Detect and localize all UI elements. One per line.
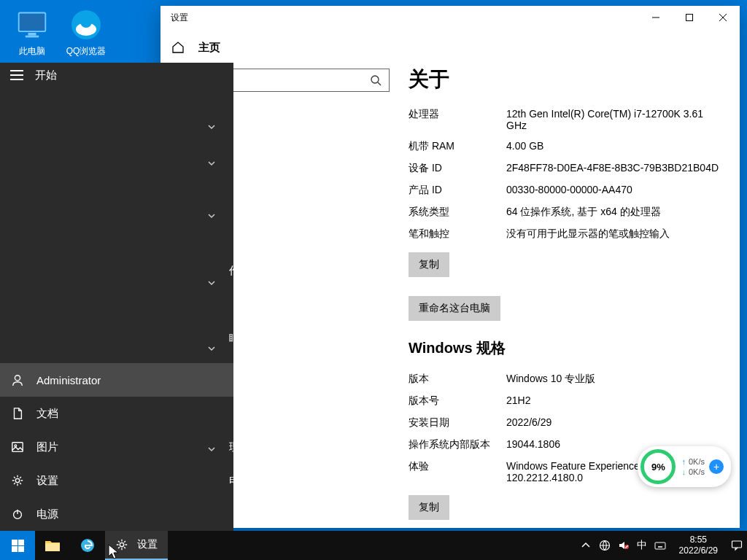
start-group-chevron[interactable] — [190, 122, 233, 131]
about-heading: 关于 — [409, 66, 719, 93]
svg-rect-1 — [20, 14, 44, 30]
arrow-up-icon: ↑ — [681, 457, 686, 466]
tray-chevron-up-icon[interactable] — [580, 540, 592, 551]
pics-icon — [10, 440, 25, 454]
search-icon — [370, 74, 382, 86]
svg-rect-34 — [732, 541, 742, 548]
copy-button-winspec[interactable]: 复制 — [409, 495, 449, 520]
start-group-chevron[interactable] — [190, 211, 233, 220]
keyboard-icon[interactable] — [654, 540, 666, 551]
spec-key: 处理器 — [409, 108, 506, 131]
spec-key: 笔和触控 — [409, 228, 506, 241]
ime-indicator[interactable]: 中 — [637, 539, 647, 552]
spec-row: 产品 ID00330-80000-00000-AA470 — [409, 179, 719, 201]
rename-pc-button[interactable]: 重命名这台电脑 — [409, 296, 500, 321]
close-button[interactable] — [706, 6, 740, 29]
spec-key: 系统类型 — [409, 206, 506, 219]
windows-logo-icon — [12, 540, 24, 552]
svg-rect-22 — [18, 546, 24, 552]
start-item-label: 设置 — [36, 474, 58, 488]
spec-key: 操作系统内部版本 — [409, 438, 506, 451]
spec-row: 系统类型64 位操作系统, 基于 x64 的处理器 — [409, 201, 719, 223]
hamburger-icon[interactable] — [10, 70, 23, 80]
start-body: 作 眠 理 电脑 — [0, 88, 233, 363]
qq-browser-icon — [69, 7, 104, 42]
spec-value: 00330-80000-00000-AA470 — [506, 184, 719, 197]
spec-row: 版本号21H2 — [409, 390, 719, 412]
desktop-icon-qq-browser[interactable]: QQ浏览器 — [61, 7, 111, 58]
taskbar-file-explorer[interactable] — [35, 531, 70, 560]
perf-stats: ↑0K/s ↓0K/s — [681, 457, 705, 476]
start-header: 开始 — [0, 63, 233, 88]
start-group-chevron[interactable] — [190, 445, 233, 454]
spec-value: 12th Gen Intel(R) Core(TM) i7-12700K 3.6… — [506, 108, 719, 131]
start-power-item[interactable]: 电源 — [0, 497, 233, 531]
svg-rect-14 — [12, 443, 23, 452]
tile-label-partial[interactable]: 理 — [229, 440, 240, 454]
spec-row: 安装日期2022/6/29 — [409, 412, 719, 434]
spec-key: 设备 ID — [409, 162, 506, 175]
copy-button-device[interactable]: 复制 — [409, 252, 449, 277]
taskbar-settings-label: 设置 — [137, 538, 158, 551]
desktop-icon-label: 此电脑 — [7, 45, 57, 58]
spec-key: 产品 ID — [409, 184, 506, 197]
winspec-heading: Windows 规格 — [409, 338, 719, 358]
folder-icon — [45, 540, 60, 551]
spec-value: 64 位操作系统, 基于 x64 的处理器 — [506, 206, 719, 219]
svg-rect-20 — [18, 540, 24, 545]
start-item-label: Administrator — [36, 374, 101, 386]
spec-value: 没有可用于此显示器的笔或触控输入 — [506, 228, 719, 241]
start-item-label: 电源 — [36, 508, 58, 521]
network-icon[interactable] — [599, 540, 611, 551]
home-label[interactable]: 主页 — [198, 41, 220, 55]
settings-header: 主页 — [160, 29, 740, 66]
svg-line-12 — [378, 82, 381, 85]
start-group-chevron[interactable] — [190, 159, 233, 168]
volume-icon[interactable] — [618, 540, 630, 551]
start-user-item[interactable]: Administrator — [0, 363, 233, 397]
svg-rect-29 — [655, 542, 665, 549]
maximize-button[interactable] — [673, 6, 706, 29]
svg-rect-3 — [26, 36, 39, 38]
tile-label-partial[interactable]: 电脑 — [229, 474, 251, 488]
desktop-icon-label: QQ浏览器 — [61, 45, 111, 58]
desktop-icon-this-pc[interactable]: 此电脑 — [7, 7, 57, 58]
start-item-label: 图片 — [36, 440, 58, 454]
tile-label-partial[interactable]: 眠 — [229, 331, 240, 345]
titlebar: 设置 — [160, 6, 740, 29]
spec-key: 版本 — [409, 373, 506, 386]
svg-rect-2 — [28, 33, 36, 36]
svg-rect-8 — [686, 15, 693, 21]
spec-row: 机带 RAM4.00 GB — [409, 136, 719, 158]
minimize-button[interactable] — [639, 6, 673, 29]
spec-value: 2F48FF78-D0EA-4F8E-8B3C-79B3BD21B04D — [506, 162, 719, 175]
svg-rect-21 — [12, 546, 18, 552]
taskbar-edge[interactable] — [70, 531, 105, 560]
user-icon — [10, 373, 25, 387]
start-button[interactable] — [0, 531, 35, 560]
spec-value: Windows 10 专业版 — [506, 373, 719, 386]
plus-icon[interactable]: + — [709, 459, 724, 474]
spec-key: 安装日期 — [409, 416, 506, 429]
spec-row: 处理器12th Gen Intel(R) Core(TM) i7-12700K … — [409, 104, 719, 136]
spec-row: 笔和触控没有可用于此显示器的笔或触控输入 — [409, 223, 719, 245]
power-icon — [10, 507, 25, 521]
start-menu: 开始 作 眠 理 电脑 Administrator文档图片设置电源 — [0, 63, 233, 531]
monitor-icon — [15, 7, 50, 42]
tile-label-partial[interactable]: 作 — [229, 264, 240, 278]
action-center-icon[interactable] — [731, 540, 743, 551]
performance-widget[interactable]: 9% ↑0K/s ↓0K/s + — [638, 446, 731, 487]
start-group-chevron[interactable] — [190, 344, 233, 353]
start-docs-item[interactable]: 文档 — [0, 397, 233, 430]
settings-icon — [10, 473, 25, 488]
taskbar-clock[interactable]: 8:55 2022/6/29 — [673, 534, 724, 556]
window-title: 设置 — [160, 12, 639, 24]
spec-value: 4.00 GB — [506, 140, 719, 153]
home-icon[interactable] — [171, 40, 185, 55]
arrow-down-icon: ↓ — [681, 467, 686, 476]
start-group-chevron[interactable] — [190, 279, 233, 287]
start-settings-item[interactable]: 设置 — [0, 464, 233, 497]
cursor-icon — [108, 544, 121, 560]
spec-key: 机带 RAM — [409, 140, 506, 153]
start-item-label: 文档 — [36, 407, 58, 421]
